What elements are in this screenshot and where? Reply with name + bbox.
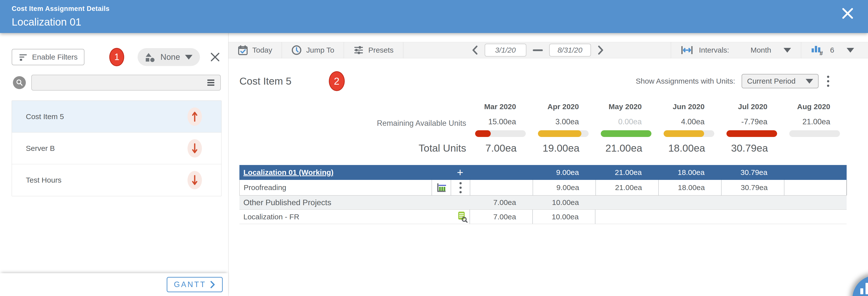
list-item-label: Server B — [26, 144, 55, 153]
total-value: 7.00ea — [470, 142, 532, 154]
published-document-icon[interactable] — [451, 210, 470, 224]
total-units-row: Total Units 7.00ea 19.00ea 21.00ea 18.00… — [240, 142, 847, 154]
sliders-icon — [353, 45, 364, 55]
today-button[interactable]: Today — [228, 42, 282, 58]
trend-down-icon — [187, 139, 202, 158]
published-row-localization-fr[interactable]: Localization - FR 7.00ea 10.00ea — [240, 210, 847, 224]
presets-label: Presets — [368, 46, 394, 54]
total-value: 19.00ea — [532, 142, 595, 154]
calendar-today-icon — [238, 45, 248, 55]
list-item-test-hours[interactable]: Test Hours — [12, 164, 221, 196]
list-item-cost-item-5[interactable]: Cost Item 5 — [12, 101, 221, 132]
clock-icon — [291, 45, 302, 55]
month-header: Aug 2020 — [784, 102, 847, 111]
cell-value: 21.00ea — [595, 168, 658, 177]
month-header: Jul 2020 — [721, 102, 784, 111]
dialog-header: Cost Item Assignment Details Localizatio… — [0, 0, 868, 33]
list-item-server-b[interactable]: Server B — [12, 132, 221, 164]
presets-button[interactable]: Presets — [344, 42, 403, 58]
date-range-dash — [533, 50, 542, 51]
cell-value[interactable]: 9.00ea — [533, 180, 595, 195]
remaining-value: 4.00ea — [681, 118, 705, 126]
gantt-label: GANTT — [174, 280, 206, 289]
interval-count-icon: # — [811, 44, 824, 56]
availability-bar — [538, 130, 589, 137]
jump-to-label: Jump To — [306, 46, 334, 54]
annotation-badge-2: 2 — [329, 71, 345, 91]
search-icon[interactable] — [13, 76, 26, 89]
interval-value[interactable]: Month — [750, 46, 771, 54]
list-menu-icon[interactable] — [206, 78, 215, 87]
timeline-toolbar: Today Jump To Presets — [228, 42, 868, 58]
cell-value[interactable]: 30.79ea — [721, 180, 784, 195]
group-by-dropdown[interactable]: None — [137, 48, 200, 66]
assignment-name: Proofreading — [240, 180, 432, 195]
remaining-value: 15.00ea — [488, 118, 516, 126]
project-row-working[interactable]: Localization 01 (Working) + 9.00ea 21.00… — [240, 165, 847, 180]
previous-period-icon[interactable] — [472, 45, 478, 55]
add-assignment-icon[interactable]: + — [451, 166, 470, 178]
total-units-label: Total Units — [240, 142, 470, 154]
remaining-units-row: Remaining Available Units 15.00ea 3.00ea… — [240, 118, 847, 137]
chevron-down-icon[interactable] — [783, 48, 791, 53]
availability-bar — [475, 130, 526, 137]
assignment-details-panel: Today Jump To Presets — [228, 33, 868, 296]
panel-close-icon[interactable] — [209, 52, 221, 63]
interval-count-value[interactable]: 6 — [830, 46, 834, 54]
cell-value[interactable]: 21.00ea — [595, 180, 658, 195]
availability-bar — [789, 130, 840, 137]
trend-up-icon — [187, 107, 202, 126]
gantt-button[interactable]: GANTT — [167, 277, 223, 292]
trend-down-icon — [187, 171, 202, 189]
remaining-value: 21.00ea — [802, 118, 830, 126]
cost-item-list-panel: Enable Filters 1 None — [0, 33, 228, 296]
cell-value — [658, 210, 721, 224]
cost-item-title: Cost Item 5 — [240, 75, 291, 87]
list-item-label: Cost Item 5 — [26, 112, 64, 121]
assignment-row-proofreading[interactable]: Proofreading 9.00ea — [240, 180, 847, 195]
availability-bar — [726, 130, 777, 137]
enable-filters-button[interactable]: Enable Filters — [12, 49, 85, 65]
availability-bar — [601, 130, 651, 137]
filter-icon — [19, 53, 28, 62]
cell-value: 7.00ea — [470, 210, 532, 224]
enable-filters-label: Enable Filters — [32, 53, 78, 61]
cell-value[interactable]: 18.00ea — [658, 180, 721, 195]
cost-item-list: Cost Item 5 Server B Test Hours — [12, 100, 221, 196]
chevron-down-icon[interactable] — [847, 48, 854, 53]
intervals-icon — [681, 46, 693, 55]
month-header: May 2020 — [595, 102, 658, 111]
month-header: Jun 2020 — [658, 102, 721, 111]
histogram-icon[interactable] — [432, 180, 451, 195]
availability-bar — [663, 130, 714, 137]
more-options-icon[interactable] — [827, 76, 829, 87]
search-input[interactable] — [31, 75, 221, 91]
cell-value: 10.00ea — [532, 210, 595, 224]
cell-value — [721, 210, 784, 224]
group-shapes-icon — [145, 52, 155, 62]
cell-value: 30.79ea — [721, 168, 784, 177]
remaining-value: -7.79ea — [741, 118, 767, 126]
group-row-other-published-projects: Other Published Projects 7.00ea 10.00ea — [240, 195, 847, 210]
row-menu-icon[interactable] — [451, 180, 470, 195]
units-filter-dropdown[interactable]: Current Period — [742, 74, 818, 88]
date-to-input[interactable] — [549, 44, 591, 57]
cell-value[interactable] — [470, 180, 533, 195]
close-icon[interactable] — [840, 6, 855, 21]
total-value: 18.00ea — [658, 142, 721, 154]
month-header: Apr 2020 — [532, 102, 595, 111]
project-link[interactable]: Localization 01 (Working) — [240, 168, 431, 177]
cell-value[interactable] — [784, 180, 847, 195]
cell-value — [784, 210, 847, 224]
cell-value: 9.00ea — [532, 168, 595, 177]
next-period-icon[interactable] — [597, 45, 604, 55]
group-by-value: None — [160, 52, 180, 62]
jump-to-button[interactable]: Jump To — [282, 42, 344, 58]
date-from-input[interactable] — [485, 44, 526, 57]
units-filter-value: Current Period — [747, 77, 796, 85]
units-filter-label: Show Assignments with Units: — [636, 77, 735, 85]
remaining-value: 3.00ea — [555, 118, 579, 126]
month-header-row: Mar 2020 Apr 2020 May 2020 Jun 2020 Jul … — [240, 102, 847, 111]
month-header: Mar 2020 — [470, 102, 532, 111]
intervals-label: Intervals: — [699, 46, 729, 54]
